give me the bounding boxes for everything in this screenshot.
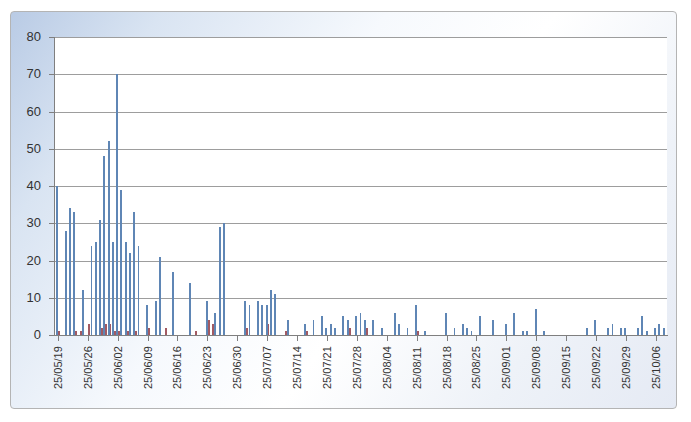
x-axis-label: 25/08/25 <box>470 346 482 389</box>
bar-series1 <box>654 328 656 335</box>
bar-series2 <box>110 324 112 335</box>
y-axis-tick <box>49 335 54 336</box>
bar-series2 <box>349 328 351 335</box>
y-axis-line <box>54 37 55 336</box>
bar-series1 <box>624 328 626 335</box>
x-axis-label: 25/10/06 <box>650 346 662 389</box>
y-axis-tick <box>49 149 54 150</box>
bar-series1 <box>69 208 71 335</box>
x-axis-label: 25/07/21 <box>321 346 333 389</box>
bar-series1 <box>325 328 327 335</box>
bar-series1 <box>257 301 259 335</box>
y-axis-tick <box>49 37 54 38</box>
bar-series1 <box>466 328 468 335</box>
bar-series1 <box>189 283 191 335</box>
x-axis-tick <box>58 336 59 341</box>
bar-series1 <box>479 316 481 335</box>
bar-series1 <box>120 190 122 335</box>
x-axis-label: 25/06/23 <box>201 346 213 389</box>
y-axis-label: 60 <box>13 105 41 119</box>
x-axis-label: 25/08/18 <box>441 346 453 389</box>
bar-series1 <box>287 320 289 335</box>
x-axis-label: 25/07/14 <box>291 346 303 389</box>
bar-series1 <box>261 305 263 335</box>
x-axis-tick <box>207 336 208 341</box>
bar-series2 <box>208 320 210 335</box>
bar-series1 <box>612 324 614 335</box>
bar-series1 <box>641 316 643 335</box>
x-axis-label: 25/06/02 <box>112 346 124 389</box>
bar-series1 <box>445 313 447 335</box>
bar-series1 <box>172 272 174 335</box>
bar-series1 <box>637 328 639 335</box>
gridline <box>54 37 667 38</box>
y-axis-tick <box>49 298 54 299</box>
x-axis-label: 25/07/28 <box>351 346 363 389</box>
x-axis-tick <box>656 336 657 341</box>
y-axis-label: 0 <box>13 328 41 342</box>
bar-series1 <box>321 316 323 335</box>
gridline <box>54 112 667 113</box>
bar-series2 <box>212 324 214 335</box>
y-axis-label: 50 <box>13 142 41 156</box>
x-axis-label: 25/07/07 <box>261 346 273 389</box>
bar-series1 <box>407 328 409 335</box>
bar-series1 <box>398 324 400 335</box>
x-axis-tick <box>387 336 388 341</box>
bar-series1 <box>381 328 383 335</box>
x-axis-label: 25/06/16 <box>171 346 183 389</box>
bar-series1 <box>535 309 537 335</box>
bar-series1 <box>620 328 622 335</box>
y-axis-label: 40 <box>13 179 41 193</box>
bar-series1 <box>65 231 67 335</box>
x-axis-tick <box>148 336 149 341</box>
bar-series2 <box>268 324 270 335</box>
y-axis-label: 80 <box>13 30 41 44</box>
bar-series1 <box>505 324 507 335</box>
gridline <box>54 149 667 150</box>
x-axis-tick <box>357 336 358 341</box>
bar-series1 <box>155 301 157 335</box>
gridline <box>54 186 667 187</box>
x-axis-label: 25/06/09 <box>142 346 154 389</box>
y-axis-label: 10 <box>13 291 41 305</box>
x-axis-label: 25/05/26 <box>82 346 94 389</box>
gridline <box>54 261 667 262</box>
bar-series2 <box>366 328 368 335</box>
bar-series1 <box>223 223 225 335</box>
x-axis-tick <box>118 336 119 341</box>
x-axis-tick <box>596 336 597 341</box>
x-axis-tick <box>476 336 477 341</box>
y-axis-tick <box>49 112 54 113</box>
x-axis-tick <box>506 336 507 341</box>
bar-series1 <box>594 320 596 335</box>
bar-series1 <box>82 290 84 335</box>
bar-series2 <box>88 324 90 335</box>
bar-series1 <box>454 328 456 335</box>
x-axis-line <box>54 335 668 336</box>
x-axis-label: 25/09/08 <box>530 346 542 389</box>
bar-series1 <box>394 313 396 335</box>
bar-series1 <box>270 290 272 335</box>
bar-series1 <box>95 242 97 335</box>
bar-series1 <box>159 257 161 335</box>
x-axis-label: 25/09/15 <box>560 346 572 389</box>
bar-series2 <box>246 328 248 335</box>
x-axis-label: 25/05/19 <box>52 346 64 389</box>
bar-series1 <box>116 74 118 335</box>
bar-series1 <box>56 186 58 335</box>
y-axis-label: 20 <box>13 254 41 268</box>
bar-series1 <box>607 328 609 335</box>
y-axis-label: 70 <box>13 67 41 81</box>
x-axis-label: 25/09/29 <box>620 346 632 389</box>
bar-series1 <box>586 328 588 335</box>
x-axis-label: 25/09/22 <box>590 346 602 389</box>
bar-series1 <box>658 324 660 335</box>
x-axis-tick <box>327 336 328 341</box>
gridline <box>54 223 667 224</box>
bar-series1 <box>214 313 216 335</box>
bar-series1 <box>355 316 357 335</box>
bar-series1 <box>313 320 315 335</box>
x-axis-tick <box>626 336 627 341</box>
bar-series1 <box>342 316 344 335</box>
